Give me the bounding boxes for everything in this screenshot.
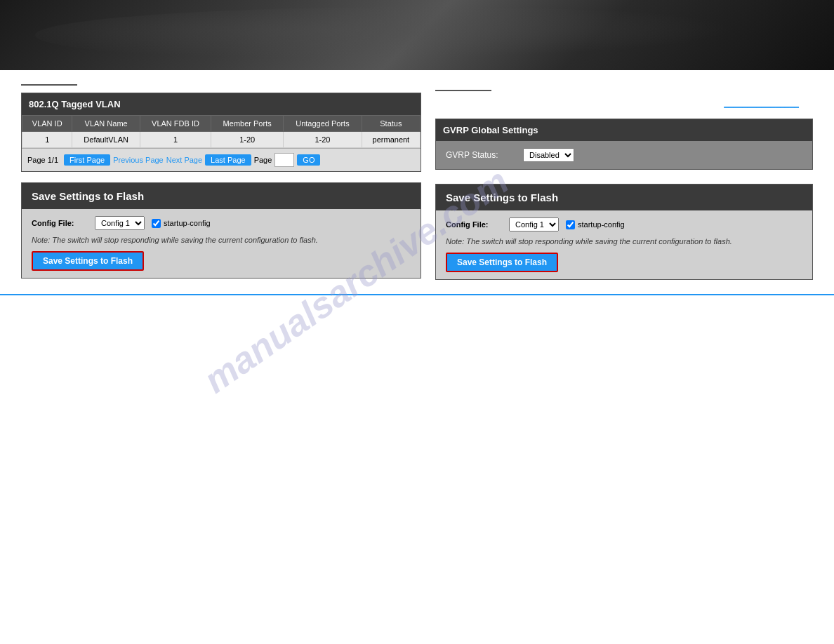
col-header-member-ports: Member Ports [211,116,284,132]
go-button[interactable]: GO [297,154,320,166]
right-config-row: Config File: Config 1 Config 2 startup-c… [446,217,802,232]
page-info: Page 1/1 [27,156,58,164]
cell-vlan-name: DefaultVLAN [72,132,140,148]
gvrp-body: GVRP Status: Disabled Enabled [436,141,812,169]
right-save-settings-box: Save Settings to Flash Config File: Conf… [435,184,813,280]
cell-status: permanent [362,132,420,148]
left-startup-checkbox[interactable] [152,219,161,228]
left-top-divider [21,84,77,86]
gvrp-title: GVRP Global Settings [436,119,812,141]
right-startup-label: startup-config [566,220,625,229]
right-top-divider [435,90,491,91]
gvrp-status-label: GVRP Status: [446,150,516,160]
gvrp-container: GVRP Global Settings GVRP Status: Disabl… [435,119,813,170]
cell-member-ports: 1-20 [211,132,284,148]
right-save-note: Note: The switch will stop responding wh… [446,237,802,246]
col-header-untagged-ports: Untagged Ports [284,116,362,132]
table-row: 1 DefaultVLAN 1 1-20 1-20 permanent [22,132,421,148]
left-startup-label: startup-config [152,219,211,228]
left-config-row: Config File: Config 1 Config 2 startup-c… [32,216,411,230]
left-column: 802.1Q Tagged VLAN VLAN ID VLAN Name VLA… [21,77,421,280]
vlan-table-title: 802.1Q Tagged VLAN [22,93,421,115]
left-save-settings-box: Save Settings to Flash Config File: Conf… [21,182,421,279]
next-page-button[interactable]: Next Page [166,156,202,164]
cell-vlan-fdb-id: 1 [140,132,211,148]
right-save-box-body: Config File: Config 1 Config 2 startup-c… [436,210,812,279]
right-column: ________________ GVRP Global Settings GV… [435,77,813,280]
col-header-status: Status [362,116,420,132]
vlan-table-container: 802.1Q Tagged VLAN VLAN ID VLAN Name VLA… [21,93,421,172]
right-startup-checkbox[interactable] [566,220,575,229]
right-save-box-title: Save Settings to Flash [436,185,812,210]
bottom-divider [0,294,834,295]
page-number-input[interactable] [274,153,294,167]
right-save-flash-button[interactable]: Save Settings to Flash [446,253,558,272]
cell-untagged-ports: 1-20 [284,132,362,148]
right-link-area: ________________ [435,98,813,108]
left-config-label: Config File: [32,219,88,227]
left-save-box-title: Save Settings to Flash [22,183,421,209]
right-startup-text: startup-config [578,220,625,229]
cell-vlan-id: 1 [22,132,72,148]
right-link[interactable]: ________________ [724,98,799,108]
col-header-vlan-name: VLAN Name [72,116,140,132]
left-save-box-body: Config File: Config 1 Config 2 startup-c… [22,209,421,278]
last-page-button[interactable]: Last Page [205,154,251,166]
col-header-vlan-id: VLAN ID [22,116,72,132]
col-header-vlan-fdb-id: VLAN FDB ID [140,116,211,132]
header-banner [0,0,834,70]
left-config-select[interactable]: Config 1 Config 2 [95,216,145,230]
prev-page-button[interactable]: Previous Page [113,156,164,164]
right-config-select[interactable]: Config 1 Config 2 [509,217,559,232]
vlan-table: VLAN ID VLAN Name VLAN FDB ID Member Por… [22,115,421,148]
right-config-label: Config File: [446,220,502,229]
gvrp-status-row: GVRP Status: Disabled Enabled [446,148,802,162]
page-label: Page [254,156,272,164]
left-save-note: Note: The switch will stop responding wh… [32,236,411,244]
left-startup-text: startup-config [164,219,211,227]
gvrp-status-select[interactable]: Disabled Enabled [523,148,574,162]
left-save-flash-button[interactable]: Save Settings to Flash [32,251,144,271]
pagination-bar: Page 1/1 First Page Previous Page Next P… [22,148,421,171]
first-page-button[interactable]: First Page [64,154,110,166]
